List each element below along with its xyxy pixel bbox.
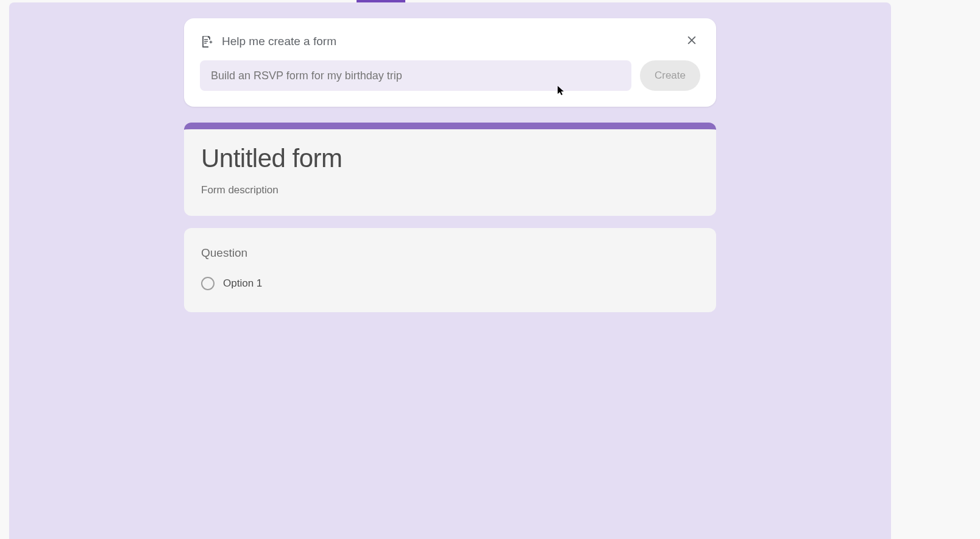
ai-card-title: Help me create a form (222, 35, 683, 48)
option-label[interactable]: Option 1 (223, 277, 262, 290)
svg-rect-2 (204, 43, 207, 44)
option-row[interactable]: Option 1 (201, 277, 699, 290)
svg-rect-0 (204, 39, 208, 40)
close-icon (686, 34, 698, 48)
create-button[interactable]: Create (640, 60, 700, 91)
form-sparkle-icon (200, 34, 215, 49)
form-header-card: Untitled form Form description (184, 123, 716, 216)
ai-card-header: Help me create a form (200, 32, 700, 51)
radio-icon (201, 277, 215, 290)
svg-rect-1 (204, 41, 208, 42)
main-container: Help me create a form Create Untitled fo… (9, 2, 891, 539)
form-description[interactable]: Form description (201, 184, 699, 196)
form-title[interactable]: Untitled form (201, 144, 699, 173)
question-card: Question Option 1 (184, 228, 716, 312)
ai-prompt-input[interactable] (200, 60, 631, 91)
close-button[interactable] (683, 32, 700, 51)
question-label[interactable]: Question (201, 246, 699, 260)
ai-input-row: Create (200, 60, 700, 91)
ai-help-card: Help me create a form Create (184, 18, 716, 107)
